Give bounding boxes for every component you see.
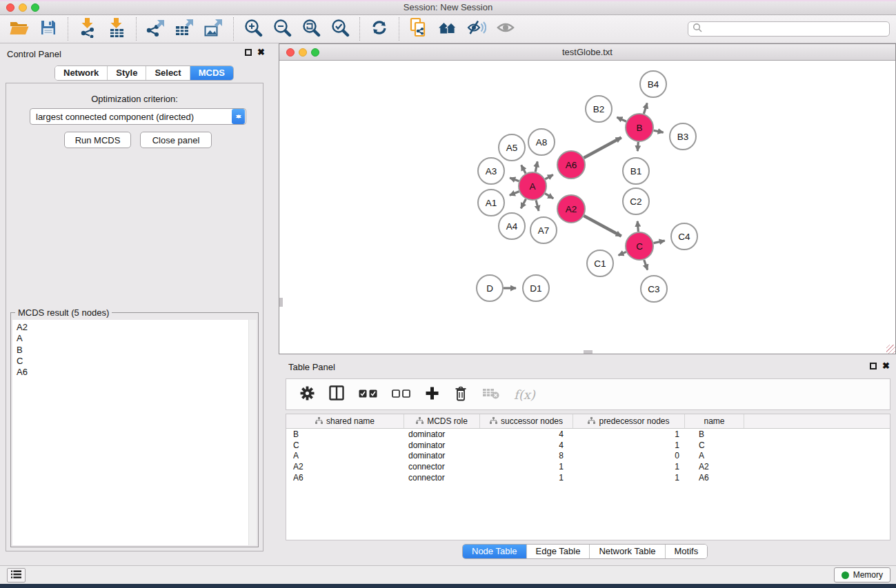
cell-predecessor-nodes[interactable]: 1 <box>573 429 685 439</box>
graph-node-A[interactable]: A <box>519 172 546 200</box>
open-file-button[interactable] <box>7 17 32 41</box>
graph-node-D[interactable]: D <box>477 275 503 301</box>
result-item-c[interactable]: C <box>12 356 257 367</box>
column-header-name[interactable]: name <box>685 414 744 428</box>
cell-MCDS-role[interactable]: dominator <box>404 451 480 460</box>
cell-predecessor-nodes[interactable]: 1 <box>573 462 685 472</box>
graph-edge-B-B2[interactable] <box>617 117 626 121</box>
tab-edge-table[interactable]: Edge Table <box>527 545 590 558</box>
graph-edge-A-A2[interactable] <box>545 194 553 199</box>
network-close-button[interactable] <box>286 48 295 57</box>
window-resize-grip[interactable] <box>886 345 895 354</box>
graph-node-A1[interactable]: A1 <box>478 190 504 216</box>
hide-details-button[interactable] <box>464 17 489 41</box>
graph-node-A6[interactable]: A6 <box>557 151 585 179</box>
memory-button[interactable]: Memory <box>834 567 890 582</box>
tab-style[interactable]: Style <box>108 66 146 80</box>
save-session-button[interactable] <box>36 17 61 41</box>
graph-edge-A-A7[interactable] <box>536 200 539 211</box>
graph-edge-C-C2[interactable] <box>637 221 638 232</box>
graph-node-A4[interactable]: A4 <box>499 213 525 239</box>
graph-node-A5[interactable]: A5 <box>499 134 525 161</box>
create-column-button[interactable] <box>425 386 439 403</box>
show-details-button[interactable] <box>493 17 518 41</box>
select-all-columns-button[interactable] <box>359 388 377 401</box>
cell-successor-nodes[interactable]: 4 <box>480 440 573 450</box>
unselect-all-columns-button[interactable] <box>392 388 410 401</box>
minimize-window-button[interactable] <box>19 3 27 12</box>
network-canvas[interactable]: B4B2BB3A8A5A6B1A3AC2A1A2A4A7C4CC1C3DD1 <box>279 61 895 354</box>
graph-node-C1[interactable]: C1 <box>587 250 613 276</box>
task-history-button[interactable] <box>7 568 26 582</box>
close-panel-icon[interactable]: ✖ <box>257 49 265 56</box>
cell-name[interactable]: B <box>685 429 744 439</box>
graph-node-C3[interactable]: C3 <box>641 276 667 302</box>
table-settings-button[interactable] <box>300 386 315 403</box>
cell-name[interactable]: A <box>685 451 744 460</box>
float-panel-icon[interactable] <box>245 49 252 56</box>
graph-node-C[interactable]: C <box>626 232 653 260</box>
cell-shared-name[interactable]: A2 <box>286 462 404 472</box>
cell-shared-name[interactable]: B <box>286 429 404 439</box>
graph-edge-A-A3[interactable] <box>510 178 519 181</box>
column-header-successor-nodes[interactable]: successor nodes <box>480 414 573 428</box>
graph-node-B3[interactable]: B3 <box>670 123 696 150</box>
export-network-button[interactable] <box>143 17 168 41</box>
graph-node-B4[interactable]: B4 <box>640 71 666 97</box>
graph-edge-C-C4[interactable] <box>654 241 665 243</box>
graph-edge-A-A4[interactable] <box>521 199 526 209</box>
table-row[interactable]: A2connector11A2 <box>286 461 890 472</box>
import-table-button[interactable] <box>104 17 129 41</box>
network-graph[interactable]: B4B2BB3A8A5A6B1A3AC2A1A2A4A7C4CC1C3DD1 <box>279 61 895 354</box>
graph-node-A3[interactable]: A3 <box>478 158 504 184</box>
refresh-button[interactable] <box>367 17 392 41</box>
graph-edge-B-B3[interactable] <box>654 130 664 132</box>
graph-node-C4[interactable]: C4 <box>671 223 697 250</box>
export-image-button[interactable] <box>201 17 226 41</box>
graph-edge-A-A8[interactable] <box>535 161 537 172</box>
column-header-MCDS-role[interactable]: MCDS role <box>404 414 480 428</box>
cell-name[interactable]: C <box>685 440 744 450</box>
cell-successor-nodes[interactable]: 1 <box>480 462 573 472</box>
cell-successor-nodes[interactable]: 4 <box>480 429 573 439</box>
optimization-criterion-select[interactable]: largest connected component (directed) <box>30 108 246 125</box>
export-table-button[interactable] <box>172 17 197 41</box>
close-window-button[interactable] <box>6 3 14 12</box>
network-minimize-button[interactable] <box>299 48 307 57</box>
graph-edge-C-C3[interactable] <box>644 260 648 270</box>
result-scrollbar[interactable] <box>248 320 257 545</box>
network-window-titlebar[interactable]: testGlobe.txt <box>279 44 895 61</box>
graph-node-B1[interactable]: B1 <box>623 158 649 184</box>
zoom-out-button[interactable] <box>270 17 295 41</box>
tab-node-table[interactable]: Node Table <box>463 545 527 558</box>
cell-predecessor-nodes[interactable]: 1 <box>573 473 685 483</box>
graph-edge-A-A6[interactable] <box>545 175 552 179</box>
graph-edge-A-A1[interactable] <box>510 192 519 195</box>
network-maximize-button[interactable] <box>311 48 319 57</box>
zoom-in-button[interactable] <box>241 17 266 41</box>
graph-edge-A6-B[interactable] <box>584 137 621 158</box>
zoom-fit-button[interactable] <box>299 17 323 41</box>
cell-predecessor-nodes[interactable]: 1 <box>573 440 685 450</box>
home-button[interactable] <box>435 17 460 41</box>
function-builder-button[interactable]: f(x) <box>514 387 535 402</box>
graph-node-A8[interactable]: A8 <box>528 129 555 155</box>
table-row[interactable]: A6connector11A6 <box>286 472 890 483</box>
cell-MCDS-role[interactable]: dominator <box>404 429 480 439</box>
graph-node-B[interactable]: B <box>626 114 653 141</box>
graph-node-A2[interactable]: A2 <box>557 195 585 223</box>
result-item-a6[interactable]: A6 <box>12 367 257 378</box>
result-item-a2[interactable]: A2 <box>12 320 257 333</box>
graph-edge-C-C1[interactable] <box>619 252 626 255</box>
cell-predecessor-nodes[interactable]: 0 <box>573 451 685 460</box>
graph-edge-A-A5[interactable] <box>521 165 526 174</box>
tab-select[interactable]: Select <box>146 66 190 80</box>
show-columns-button[interactable] <box>329 385 344 403</box>
delete-table-button[interactable] <box>482 387 499 402</box>
cell-name[interactable]: A2 <box>685 462 744 472</box>
search-input[interactable] <box>705 23 889 35</box>
cell-successor-nodes[interactable]: 8 <box>480 451 573 460</box>
maximize-window-button[interactable] <box>31 3 39 12</box>
run-mcds-button[interactable]: Run MCDS <box>64 132 131 148</box>
close-table-panel-icon[interactable]: ✖ <box>882 363 890 369</box>
